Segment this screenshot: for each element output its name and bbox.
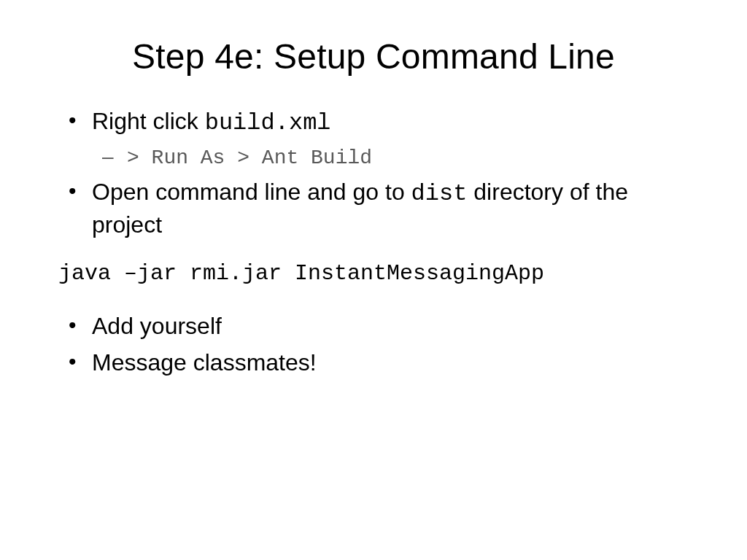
bullet-2-code: dist: [411, 180, 468, 207]
bullet-1-code: build.xml: [205, 109, 331, 136]
bullet-4-text: Message classmates!: [92, 349, 317, 376]
sub-bullet-item: > Run As > Ant Build: [92, 143, 689, 172]
slide-title: Step 4e: Setup Command Line: [58, 36, 689, 77]
bullet-list-2: Add yourself Message classmates!: [58, 311, 689, 378]
bullet-item-3: Add yourself: [58, 311, 689, 342]
sub-bullet-list: > Run As > Ant Build: [92, 143, 689, 172]
bullet-item-4: Message classmates!: [58, 347, 689, 378]
sub-bullet-code: > Run As > Ant Build: [127, 147, 372, 169]
command-line: java –jar rmi.jar InstantMessagingApp: [58, 261, 689, 286]
bullet-item-1: Right click build.xml > Run As > Ant Bui…: [58, 106, 689, 172]
bullet-1-text: Right click: [92, 108, 205, 134]
bullet-list-1: Right click build.xml > Run As > Ant Bui…: [58, 106, 689, 241]
slide: Step 4e: Setup Command Line Right click …: [0, 0, 747, 560]
bullet-item-2: Open command line and go to dist directo…: [58, 176, 689, 241]
bullet-3-text: Add yourself: [92, 313, 222, 339]
bullet-2-prefix: Open command line and go to: [92, 179, 411, 205]
